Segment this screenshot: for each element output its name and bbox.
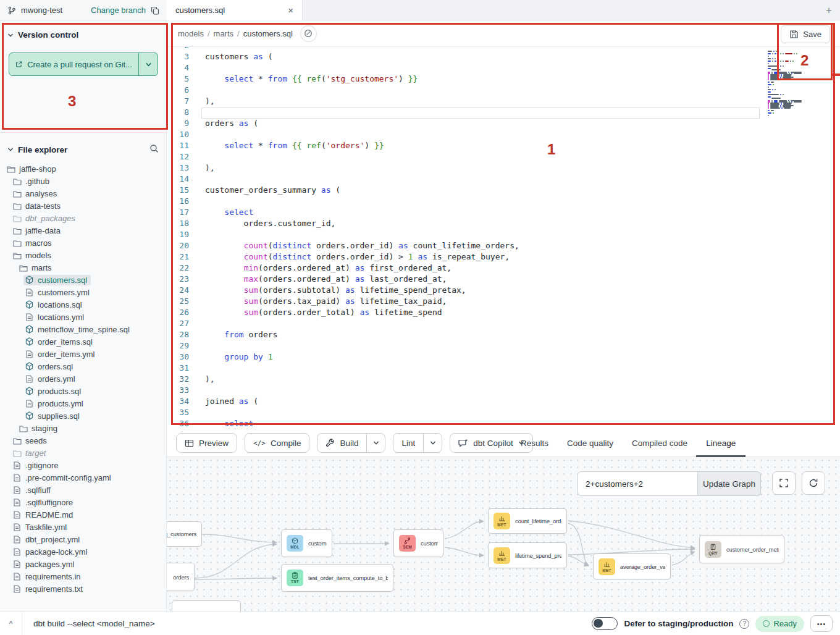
- preview-button[interactable]: Preview: [176, 433, 237, 453]
- file-tree-item-taskfile-yml[interactable]: Taskfile.yml: [0, 521, 166, 533]
- tab-close-icon[interactable]: ×: [288, 6, 293, 15]
- editor-minimap[interactable]: [768, 49, 817, 117]
- lineage-node-orders[interactable]: orders: [167, 563, 195, 591]
- file-tree-item-products-yml[interactable]: products.yml: [0, 397, 166, 410]
- file-tree-item--sqlfluffignore[interactable]: .sqlfluffignore: [0, 496, 166, 508]
- tab-customers-sql[interactable]: customers.sql ×: [167, 0, 303, 20]
- panel-tab-code-quality[interactable]: Code quality: [567, 429, 613, 457]
- file-tree-item-locations-sql[interactable]: locations.sql: [0, 298, 166, 311]
- line-content: [189, 385, 205, 397]
- panel-tab-results[interactable]: Results: [521, 429, 548, 457]
- lineage-node-average-order-value[interactable]: METaverage_order_value: [593, 553, 671, 579]
- lineage-node-customers[interactable]: MDLcustomers: [281, 529, 332, 557]
- breadcrumb-marts[interactable]: marts: [214, 29, 234, 38]
- file-tree-label: models: [25, 251, 51, 260]
- lint-button[interactable]: Lint: [393, 434, 423, 452]
- code-line-18: 18 orders.customer_id,: [167, 219, 840, 230]
- file-tree-item-requirements-in[interactable]: requirements.in: [0, 570, 166, 582]
- file-tree-item-staging[interactable]: staging: [0, 422, 166, 434]
- code-line-27: 27: [167, 319, 840, 330]
- file-tree-item-analyses[interactable]: analyses: [0, 187, 166, 200]
- file-tree-item--sqlfluff[interactable]: .sqlfluff: [0, 484, 166, 496]
- create-pr-caret[interactable]: [139, 53, 158, 75]
- lineage-node-stg-customers[interactable]: stg_customers: [167, 521, 202, 547]
- file-tree-label: dbt_project.yml: [25, 535, 80, 544]
- code-editor[interactable]: 23customers as (45 select * from {{ ref(…: [167, 47, 840, 429]
- lineage-node-test-order-items-compute-to-bo[interactable]: TSTtest_order_items_compute_to_bools...: [281, 564, 393, 592]
- code-line-35: 35: [167, 408, 840, 419]
- line-content: select * from {{ ref('stg_customers') }}: [189, 74, 418, 85]
- file-tree-item-customers-yml[interactable]: customers.yml: [0, 286, 166, 298]
- node-label: average_order_value: [620, 563, 665, 570]
- file-tree-item-supplies-sql[interactable]: supplies.sql: [0, 410, 166, 422]
- breadcrumb-file[interactable]: customers.sql: [243, 29, 293, 38]
- lineage-node-partial[interactable]: [172, 600, 241, 612]
- panel-tab-lineage[interactable]: Lineage: [706, 429, 736, 457]
- file-tree-item-seeds[interactable]: seeds: [0, 434, 166, 447]
- more-options-button[interactable]: •••: [810, 615, 833, 632]
- create-pr-button[interactable]: Create a pull request on Git...: [9, 53, 158, 76]
- save-button[interactable]: Save: [781, 25, 830, 43]
- code-line-34: 34joined as (: [167, 397, 840, 408]
- compile-button[interactable]: </> Compile: [245, 433, 309, 453]
- file-tree-item-models[interactable]: models: [0, 249, 166, 261]
- node-type-badge-sem: SEM: [399, 535, 416, 552]
- file-tree-item--gitignore[interactable]: .gitignore: [0, 459, 166, 471]
- help-icon[interactable]: ?: [739, 619, 749, 629]
- file-tree-item--github[interactable]: .github: [0, 175, 166, 187]
- file-tree-item-dbt-packages[interactable]: dbt_packages: [0, 212, 166, 224]
- file-tree-item-jaffle-data[interactable]: jaffle-data: [0, 224, 166, 237]
- file-tree-item-order-items-sql[interactable]: order_items.sql: [0, 335, 166, 348]
- lineage-node-count-lifetime-orders[interactable]: METcount_lifetime_orders: [488, 508, 567, 534]
- file-tree-item-orders-yml[interactable]: orders.yml: [0, 372, 166, 385]
- lineage-canvas[interactable]: stg_customersordersMDLcustomersTSTtest_o…: [167, 457, 840, 612]
- create-pr-main[interactable]: Create a pull request on Git...: [9, 53, 139, 75]
- lineage-selector-input[interactable]: 2+customers+2: [578, 471, 698, 496]
- file-tree-item-jaffle-shop[interactable]: jaffle-shop: [0, 162, 166, 175]
- refresh-button[interactable]: [802, 471, 825, 495]
- node-label: lifetime_spend_pretax: [515, 552, 561, 559]
- file-tree-item-locations-yml[interactable]: locations.yml: [0, 311, 166, 323]
- file-tree-item-dbt-project-yml[interactable]: dbt_project.yml: [0, 533, 166, 545]
- collapse-panel-icon[interactable]: ^: [0, 612, 22, 635]
- new-tab-icon[interactable]: +: [826, 4, 832, 17]
- code-line-17: 17 select: [167, 208, 840, 219]
- copy-icon[interactable]: [151, 6, 159, 15]
- code-line-14: 14: [167, 174, 840, 185]
- file-tree-item-package-lock-yml[interactable]: package-lock.yml: [0, 545, 166, 558]
- breadcrumb-models[interactable]: models: [178, 29, 204, 38]
- file-tree-item-orders-sql[interactable]: orders.sql: [0, 360, 166, 372]
- panel-tab-compiled-code[interactable]: Compiled code: [632, 429, 687, 457]
- lint-caret[interactable]: [423, 434, 442, 452]
- version-control-header[interactable]: Version control: [0, 20, 166, 40]
- file-explorer-title: File explorer: [18, 145, 67, 154]
- file-tree-item-macros[interactable]: macros: [0, 237, 166, 249]
- defer-toggle[interactable]: [592, 617, 618, 630]
- file-tree-item-requirements-txt[interactable]: requirements.txt: [0, 582, 166, 595]
- update-graph-button[interactable]: Update Graph: [698, 471, 761, 496]
- file-tree-item-target[interactable]: target: [0, 447, 166, 459]
- file-tree-item-readme-md[interactable]: README.md: [0, 508, 166, 521]
- file-tree-item-metricflow-time-spine-sql[interactable]: metricflow_time_spine.sql: [0, 323, 166, 335]
- copilot-chat-icon: [458, 439, 468, 448]
- file-tree-item-marts[interactable]: marts: [0, 261, 166, 274]
- file-tree-item-products-sql[interactable]: products.sql: [0, 385, 166, 397]
- file-tree-item-customers-sql[interactable]: customers.sql: [0, 274, 166, 286]
- lineage-node-customers[interactable]: SEMcustomers: [393, 529, 443, 557]
- build-button[interactable]: Build: [317, 434, 366, 452]
- lineage-node-lifetime-spend-pretax[interactable]: METlifetime_spend_pretax: [488, 542, 567, 568]
- file-tree-item-packages-yml[interactable]: packages.yml: [0, 558, 166, 570]
- lineage-node-customer-order-metrics[interactable]: QRYcustomer_order_metrics: [699, 535, 784, 563]
- search-icon[interactable]: [149, 144, 159, 155]
- file-explorer-header[interactable]: File explorer: [0, 144, 166, 155]
- build-caret[interactable]: [366, 434, 385, 452]
- command-input[interactable]: dbt build --select <model_name>: [33, 619, 155, 628]
- line-number: 6: [167, 85, 189, 96]
- file-tree-item-order-items-yml[interactable]: order_items.yml: [0, 348, 166, 360]
- file-health-icon[interactable]: [300, 25, 317, 42]
- external-link-icon: [15, 60, 22, 69]
- file-tree-item-data-tests[interactable]: data-tests: [0, 200, 166, 212]
- fullscreen-button[interactable]: [772, 471, 796, 495]
- change-branch-link[interactable]: Change branch: [91, 6, 146, 15]
- file-tree-item--pre-commit-config-yaml[interactable]: .pre-commit-config.yaml: [0, 471, 166, 484]
